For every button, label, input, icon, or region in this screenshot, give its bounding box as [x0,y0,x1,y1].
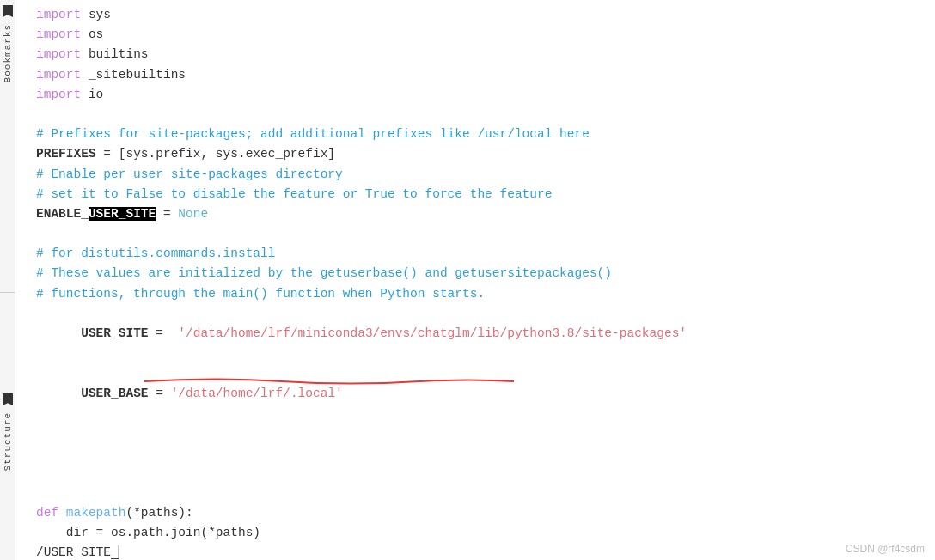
bookmarks-section: Bookmarks [0,0,15,275]
code-line [36,224,921,244]
code-line: # Prefixes for site-packages; add additi… [36,125,921,144]
code-line: USER_SITE = '/data/home/lrf/miniconda3/e… [36,304,921,364]
code-line [36,463,921,483]
code-line: /USER_SITE█ [36,543,921,560]
code-line: ENABLE_USER_SITE = None [36,204,921,224]
left-sidebar: Bookmarks Structure [0,0,15,560]
structure-icon [3,393,13,405]
structure-section: Structure [0,388,15,560]
code-line: # These values are initialized by the ge… [36,264,921,283]
highlighted-token: USER_SITE [89,207,156,221]
code-line: import sys [36,5,921,25]
main-container: Bookmarks Structure import sys import os… [0,0,935,560]
code-line [36,105,921,125]
code-line [36,484,921,503]
red-underline-annotation [144,377,574,386]
code-line: # set it to False to disable the feature… [36,185,921,204]
code-line: import _sitebuiltins [36,65,921,85]
cursor: █ [111,545,119,559]
code-editor[interactable]: import sys import os import builtins imp… [15,0,935,560]
bookmarks-label: Bookmarks [3,24,13,82]
code-line: def makepath(*paths): [36,503,921,523]
sidebar-divider [0,292,15,293]
code-line: dir = os.path.join(*paths) [36,523,921,543]
code-line: import io [36,85,921,105]
structure-label: Structure [3,412,13,471]
code-line: import builtins [36,45,921,64]
code-line: # Enable per user site-packages director… [36,165,921,185]
code-line: # for distutils.commands.install [36,244,921,264]
code-line: import os [36,25,921,45]
csdn-watermark: CSDN @rf4csdm [846,543,925,555]
code-line: # functions, through the main() function… [36,284,921,304]
bookmark-icon [3,5,13,17]
code-line: PREFIXES = [sys.prefix, sys.exec_prefix] [36,144,921,164]
code-line: USER_BASE = '/data/home/lrf/.local' [36,363,921,463]
